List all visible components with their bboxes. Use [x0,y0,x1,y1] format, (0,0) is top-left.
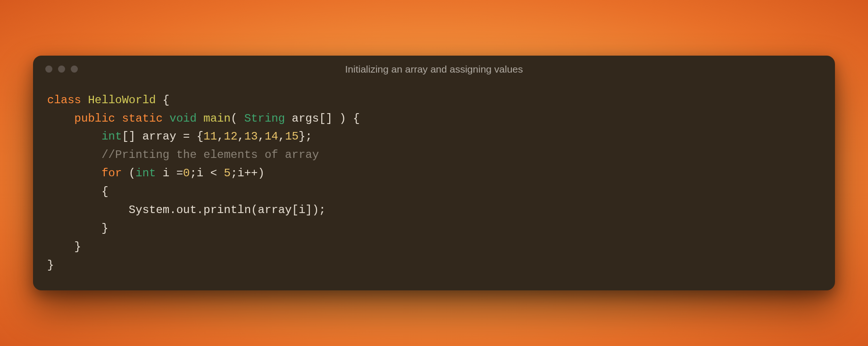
code-token: } [101,222,108,235]
code-token: //Printing the elements of array [101,148,319,161]
code-token: } [75,240,81,253]
close-icon[interactable] [45,66,52,73]
code-token: static [122,112,169,125]
code-token: ( [231,112,244,125]
code-token: public [75,112,122,125]
code-token: int [135,167,156,180]
code-token: 0 [183,167,190,180]
code-token: } [47,259,54,272]
code-token: void [169,112,203,125]
code-token: , [278,130,285,143]
zoom-icon[interactable] [71,66,78,73]
code-line: } [47,259,54,272]
titlebar: Initializing an array and assigning valu… [33,56,835,83]
code-indent [47,240,75,253]
code-token: for [101,167,129,180]
code-token: i = [156,167,183,180]
code-token: , [237,130,244,143]
code-token: { [101,185,108,198]
window-title: Initializing an array and assigning valu… [33,64,835,75]
code-block: class HelloWorld { public static void ma… [47,91,821,275]
code-token: { [156,94,169,107]
code-token: main [203,112,231,125]
code-token: , [217,130,224,143]
code-token: int [101,130,122,143]
code-token: [] array = { [122,130,203,143]
code-token: 15 [285,130,299,143]
code-line: } [47,222,108,235]
code-indent [47,185,101,198]
code-token: ;i < [190,167,224,180]
code-token: HelloWorld [88,94,156,107]
code-token: class [47,94,88,107]
code-line: int[] array = {11,12,13,14,15}; [47,130,312,143]
code-line: public static void main( String args[] )… [47,112,360,125]
code-token: 11 [203,130,217,143]
code-line: } [47,240,81,253]
code-window: Initializing an array and assigning valu… [33,56,835,291]
minimize-icon[interactable] [58,66,65,73]
code-token: System.out.println(array[i]); [129,204,326,216]
traffic-lights [45,66,78,73]
code-token: args[] ) { [285,112,359,125]
code-token: , [258,130,265,143]
code-indent [47,112,75,125]
code-token: String [244,112,285,125]
code-line: System.out.println(array[i]); [47,204,326,216]
code-indent [47,167,101,180]
code-indent [47,204,129,216]
code-token: ( [129,167,135,180]
code-line: { [47,185,108,198]
code-indent [47,130,101,143]
code-token: 13 [244,130,258,143]
code-area: class HelloWorld { public static void ma… [33,83,835,275]
code-token: 5 [224,167,230,180]
code-line: for (int i =0;i < 5;i++) [47,167,265,180]
code-token: }; [299,130,312,143]
code-indent [47,222,101,235]
code-line: class HelloWorld { [47,94,169,107]
code-token: 12 [224,130,237,143]
code-token: 14 [265,130,278,143]
code-line: //Printing the elements of array [47,148,319,161]
code-token: ;i++) [231,167,265,180]
code-indent [47,148,101,161]
